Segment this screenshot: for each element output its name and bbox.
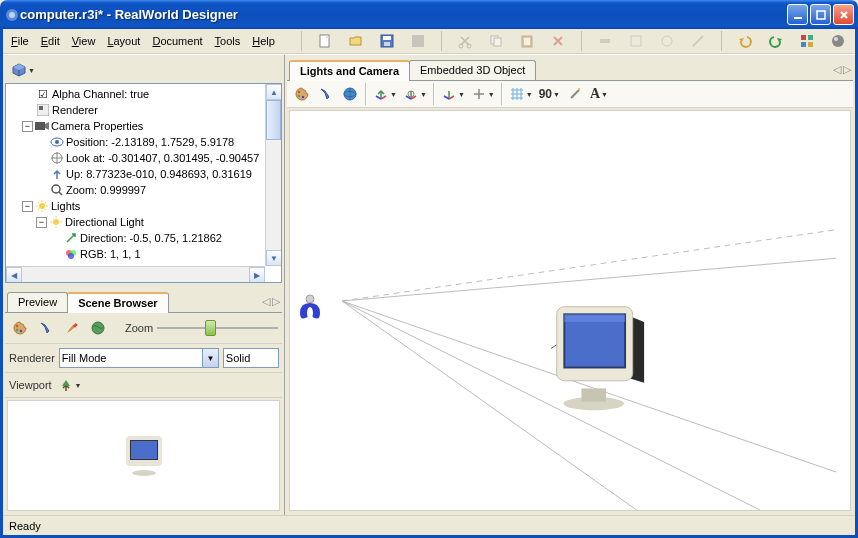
object-type-dropdown[interactable]: ▼ (9, 62, 37, 78)
maximize-button[interactable] (810, 4, 831, 25)
paste-button[interactable] (517, 30, 536, 52)
solid-input[interactable] (223, 348, 279, 368)
properties-tree[interactable]: ☑Alpha Channel: true Renderer −Camera Pr… (5, 83, 282, 283)
tool-b-button[interactable] (627, 30, 646, 52)
close-button[interactable] (833, 4, 854, 25)
grid-button[interactable] (798, 30, 817, 52)
fillmode-input[interactable] (59, 348, 202, 368)
axis-tool-3[interactable]: ▼ (439, 86, 467, 102)
tab-preview[interactable]: Preview (7, 292, 68, 312)
svg-point-32 (53, 219, 59, 225)
svg-point-23 (834, 37, 838, 41)
tabs-prev-button[interactable]: ◁ (262, 295, 270, 308)
tab-lights-camera[interactable]: Lights and Camera (289, 60, 410, 81)
left-tabs: Preview Scene Browser ◁▷ (5, 289, 282, 313)
viewport-label: Viewport (9, 379, 52, 391)
brush-button[interactable] (61, 317, 83, 339)
open-button[interactable] (347, 30, 366, 52)
menu-help[interactable]: Help (252, 35, 275, 47)
scroll-left-button[interactable]: ◀ (6, 267, 22, 283)
tree-zoom[interactable]: Zoom: 0.999997 (66, 184, 146, 196)
tree-direction[interactable]: Direction: -0.5, 0.75, 1.21862 (80, 232, 222, 244)
menu-document[interactable]: Document (152, 35, 202, 47)
menu-file[interactable]: File (11, 35, 29, 47)
menu-tools[interactable]: Tools (215, 35, 241, 47)
tree-lookat[interactable]: Look at: -0.301407, 0.301495, -0.90457 (66, 152, 259, 164)
camera-widget-icon[interactable] (296, 293, 324, 332)
cube-icon (11, 62, 27, 78)
tabs-next-button[interactable]: ▷ (272, 295, 280, 308)
tree-lights[interactable]: Lights (51, 200, 80, 212)
svg-rect-3 (817, 11, 825, 19)
slider-thumb[interactable] (205, 320, 216, 336)
tabs-prev-button[interactable]: ◁ (833, 63, 841, 76)
viewport-dropdown[interactable]: ▼ (56, 377, 84, 393)
axis-tool-1[interactable]: ▼ (371, 86, 399, 102)
undo-button[interactable] (736, 30, 755, 52)
tree-up[interactable]: Up: 8.77323e-010, 0.948693, 0.31619 (66, 168, 252, 180)
viewport-toolbar: ▼ ▼ ▼ ▼ ▼ 90▼ A▼ (287, 81, 853, 108)
render-button[interactable] (828, 30, 847, 52)
tool-c-button[interactable] (657, 30, 676, 52)
svg-point-43 (302, 96, 304, 98)
copy-button[interactable] (487, 30, 506, 52)
tab-scene-browser[interactable]: Scene Browser (67, 292, 168, 313)
tree-position[interactable]: Position: -2.13189, 1.7529, 5.9178 (66, 136, 234, 148)
app-icon (4, 7, 20, 23)
tree-rgb[interactable]: RGB: 1, 1, 1 (80, 248, 141, 260)
svg-rect-18 (801, 35, 806, 40)
scroll-thumb[interactable] (266, 100, 281, 140)
new-button[interactable] (316, 30, 335, 52)
tree-dirlight[interactable]: Directional Light (65, 216, 144, 228)
vertical-scrollbar[interactable]: ▲ ▼ (265, 84, 281, 266)
viewport-scene (290, 111, 850, 510)
redo-button[interactable] (767, 30, 786, 52)
fillmode-select[interactable]: ▼ (59, 348, 219, 368)
wand-button[interactable] (564, 83, 586, 105)
tree-alpha[interactable]: Alpha Channel: true (52, 88, 149, 100)
tree-collapse-camera[interactable]: − (22, 121, 33, 132)
tool-a-button[interactable] (596, 30, 615, 52)
flashlight-button[interactable] (35, 317, 57, 339)
3d-viewport[interactable] (289, 110, 851, 511)
preview-toolbar: Zoom (5, 313, 282, 344)
zoom-slider[interactable] (157, 319, 278, 337)
scroll-right-button[interactable]: ▶ (249, 267, 265, 283)
preview-object-icon (122, 436, 166, 476)
menu-edit[interactable]: Edit (41, 35, 60, 47)
viewport-row: Viewport ▼ (5, 373, 282, 398)
tab-embedded-3d[interactable]: Embedded 3D Object (409, 60, 536, 80)
tree-camera[interactable]: Camera Properties (51, 120, 143, 132)
chevron-down-icon[interactable]: ▼ (202, 348, 219, 368)
svg-rect-26 (35, 122, 45, 130)
menu-view[interactable]: View (72, 35, 96, 47)
axis-tool-4[interactable]: ▼ (469, 86, 497, 102)
palette-button[interactable] (291, 83, 313, 105)
save-as-button[interactable] (408, 30, 427, 52)
tree-renderer[interactable]: Renderer (52, 104, 98, 116)
menu-layout[interactable]: Layout (107, 35, 140, 47)
angle-tool[interactable]: 90▼ (537, 87, 562, 101)
svg-rect-15 (600, 39, 610, 43)
delete-button[interactable] (548, 30, 567, 52)
scroll-down-button[interactable]: ▼ (266, 250, 282, 266)
scroll-up-button[interactable]: ▲ (266, 84, 282, 100)
tool-d-button[interactable] (688, 30, 707, 52)
preview-viewport[interactable] (7, 400, 280, 511)
tree-collapse-dirlight[interactable]: − (36, 217, 47, 228)
tree-collapse-lights[interactable]: − (22, 201, 33, 212)
save-button[interactable] (377, 30, 396, 52)
axis-tool-2[interactable]: ▼ (401, 86, 429, 102)
horizontal-scrollbar[interactable]: ◀ ▶ (6, 266, 265, 282)
palette-button[interactable] (9, 317, 31, 339)
minimize-button[interactable] (787, 4, 808, 25)
tabs-next-button[interactable]: ▷ (843, 63, 851, 76)
flashlight-button[interactable] (315, 83, 337, 105)
left-mini-toolbar: ▼ (5, 57, 282, 83)
globe-button[interactable] (339, 83, 361, 105)
grid-tool[interactable]: ▼ (507, 86, 535, 102)
text-tool[interactable]: A▼ (588, 86, 610, 102)
window-title: computer.r3i* - RealWorld Designer (20, 7, 785, 22)
cut-button[interactable] (456, 30, 475, 52)
globe-button[interactable] (87, 317, 109, 339)
